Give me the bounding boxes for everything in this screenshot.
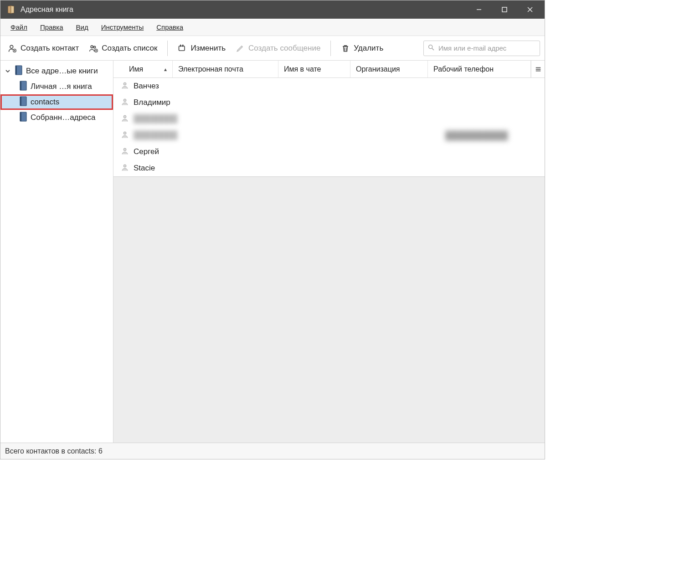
sidebar-item-collected[interactable]: Собранн…адреса [0, 110, 113, 125]
new-contact-label: Создать контакт [21, 44, 79, 53]
contact-row[interactable]: Ванчез [113, 78, 545, 94]
delete-label: Удалить [354, 44, 383, 53]
contact-row[interactable]: Владимир [113, 94, 545, 111]
svg-point-8 [91, 46, 93, 48]
sidebar-item-personal[interactable]: Личная …я книга [0, 79, 113, 94]
tree-root[interactable]: Все адре…ые книги [0, 63, 113, 79]
svg-rect-1 [502, 7, 507, 12]
menu-view[interactable]: Вид [70, 21, 95, 33]
app-icon [6, 5, 16, 15]
person-icon [121, 81, 129, 92]
person-icon [121, 163, 129, 174]
contact-row[interactable]: ██████████████████ [113, 127, 545, 144]
toolbar-separator [330, 41, 331, 56]
svg-point-33 [124, 115, 126, 118]
column-chat-label: Имя в чате [284, 65, 321, 73]
titlebar: Адресная книга [0, 0, 545, 19]
people-plus-icon [89, 44, 98, 53]
svg-rect-30 [535, 70, 540, 71]
column-header-row: Имя ▴ Электронная почта Имя в чате Орган… [113, 61, 545, 78]
contact-name: ████████ [134, 114, 177, 124]
svg-point-4 [10, 45, 13, 48]
new-list-button[interactable]: Создать список [86, 42, 160, 55]
book-icon [19, 80, 28, 93]
svg-point-36 [124, 165, 126, 167]
menu-file[interactable]: Файл [4, 21, 34, 33]
sidebar-item-label: contacts [31, 98, 59, 107]
search-box[interactable] [423, 41, 540, 56]
sidebar: Все адре…ые книги Личная …я книга contac… [0, 61, 113, 443]
svg-point-34 [124, 132, 126, 134]
svg-point-18 [429, 45, 432, 49]
column-chat-name[interactable]: Имя в чате [278, 61, 350, 77]
svg-rect-27 [20, 112, 21, 121]
content-area: Имя ▴ Электронная почта Имя в чате Орган… [113, 61, 545, 443]
svg-rect-21 [15, 66, 17, 75]
trash-icon [341, 44, 350, 53]
menu-edit[interactable]: Правка [34, 21, 70, 33]
book-icon [19, 111, 28, 124]
person-icon [121, 98, 129, 108]
contact-name: ████████ [134, 131, 177, 140]
search-input[interactable] [438, 44, 536, 52]
column-org-label: Организация [356, 65, 400, 73]
svg-rect-29 [535, 69, 540, 70]
svg-rect-25 [20, 97, 21, 106]
minimize-button[interactable] [466, 0, 492, 19]
person-plus-icon [8, 44, 17, 53]
svg-point-35 [124, 148, 126, 151]
column-email-label: Электронная почта [178, 65, 243, 73]
sidebar-item-contacts[interactable]: contacts [0, 94, 113, 110]
compose-button[interactable]: Создать сообщение [233, 42, 323, 55]
svg-rect-13 [179, 46, 185, 51]
close-button[interactable] [517, 0, 543, 19]
menu-tools[interactable]: Инструменты [95, 21, 150, 33]
window-title: Адресная книга [21, 5, 73, 14]
edit-label: Изменить [190, 44, 226, 53]
new-contact-button[interactable]: Создать контакт [5, 42, 82, 55]
contact-list: ВанчезВладимир██████████████████████████… [113, 78, 545, 176]
menubar: Файл Правка Вид Инструменты Справка [0, 19, 545, 36]
contact-name: Сергей [134, 147, 159, 156]
sidebar-item-label: Личная …я книга [31, 82, 92, 91]
contact-name: Ванчез [134, 82, 159, 91]
contact-row[interactable]: Stacie [113, 160, 545, 176]
book-icon [14, 65, 23, 78]
chevron-down-icon[interactable] [4, 67, 11, 75]
toolbar-separator [167, 41, 168, 56]
svg-point-32 [124, 99, 126, 102]
maximize-button[interactable] [492, 0, 517, 19]
toolbar: Создать контакт Создать список Изменить … [0, 36, 545, 61]
svg-rect-23 [20, 81, 21, 90]
column-organization[interactable]: Организация [350, 61, 428, 77]
svg-point-9 [94, 46, 96, 48]
sidebar-item-label: Собранн…адреса [31, 113, 95, 122]
contact-row[interactable]: Сергей [113, 144, 545, 160]
person-icon [121, 130, 129, 141]
column-name[interactable]: Имя ▴ [113, 61, 173, 77]
column-work-phone[interactable]: Рабочий телефон [428, 61, 531, 77]
contact-phone: ██████████ [445, 131, 508, 140]
edit-button[interactable]: Изменить [175, 42, 228, 55]
contact-name: Stacie [134, 164, 155, 173]
contact-row[interactable]: ████████ [113, 111, 545, 127]
statusbar: Всего контактов в contacts: 6 [0, 443, 545, 459]
detail-pane [113, 176, 545, 443]
tree-root-label: Все адре…ые книги [26, 67, 98, 76]
card-edit-icon [178, 44, 187, 53]
book-icon [19, 96, 28, 109]
svg-line-19 [432, 48, 434, 50]
svg-rect-15 [182, 44, 184, 46]
column-picker-button[interactable] [531, 61, 545, 77]
svg-rect-28 [535, 67, 540, 68]
sort-asc-icon: ▴ [164, 66, 167, 72]
search-icon [427, 44, 435, 52]
compose-label: Создать сообщение [248, 44, 320, 53]
column-name-label: Имя [129, 65, 143, 73]
pencil-icon [236, 44, 245, 53]
column-email[interactable]: Электронная почта [173, 61, 278, 77]
svg-rect-14 [180, 44, 181, 46]
delete-button[interactable]: Удалить [338, 42, 386, 55]
menu-help[interactable]: Справка [150, 21, 190, 33]
contact-name: Владимир [134, 98, 170, 107]
